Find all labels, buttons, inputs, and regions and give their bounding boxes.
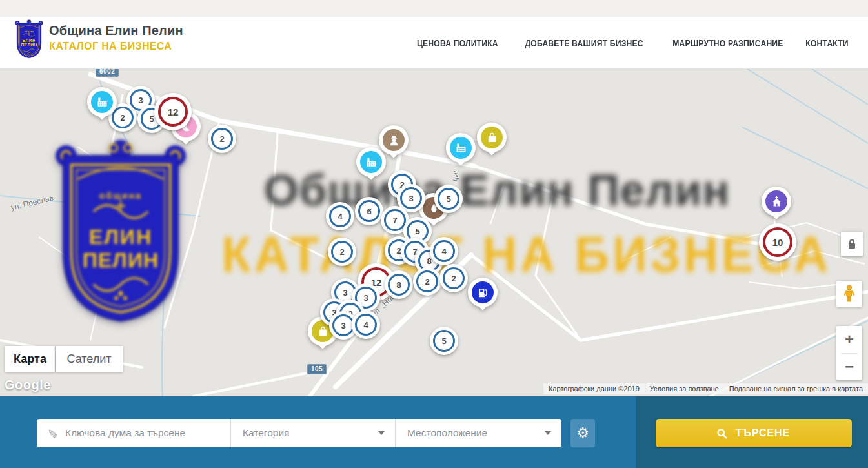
business-pin-marker[interactable] bbox=[467, 277, 498, 317]
site-subtitle: КАТАЛОГ НА БИЗНЕСА bbox=[49, 40, 175, 53]
location-placeholder: Местоположение bbox=[407, 427, 487, 439]
search-icon bbox=[716, 428, 727, 439]
title-block: Община Елин Пелин КАТАЛОГ НА БИЗНЕСА bbox=[49, 23, 183, 53]
report-error-link[interactable]: Подаване на сигнал за грешка в картата bbox=[729, 385, 863, 392]
search-fields-row: ✎ Категория Местоположение bbox=[37, 419, 561, 447]
cluster-marker[interactable]: 5 bbox=[434, 185, 463, 213]
chevron-down-icon bbox=[378, 431, 385, 435]
cluster-marker[interactable]: 12 bbox=[154, 93, 192, 130]
terms-link[interactable]: Условия за ползване bbox=[650, 385, 719, 392]
search-button-label: ТЪРСЕНЕ bbox=[735, 427, 789, 440]
pegman-icon bbox=[843, 285, 855, 303]
watermark-title-line1: Община Елин Пелин bbox=[213, 165, 781, 216]
site-header: Община Елин Пелин КАТАЛОГ НА БИЗНЕСА ЦЕН… bbox=[0, 17, 868, 69]
page: Община Елин Пелин КАТАЛОГ НА БИЗНЕСА ЦЕН… bbox=[0, 0, 868, 468]
lock-control[interactable] bbox=[841, 232, 863, 256]
search-button[interactable]: ТЪРСЕНЕ bbox=[656, 419, 852, 447]
church-icon bbox=[765, 190, 787, 212]
map-type-satellite-button[interactable]: Сателит bbox=[56, 346, 123, 372]
chevron-down-icon bbox=[545, 431, 551, 435]
map-type-map-button[interactable]: Карта bbox=[5, 346, 55, 372]
cluster-count: 3 bbox=[400, 187, 422, 209]
main-nav: ЦЕНОВА ПОЛИТИКА ДОБАВЕТЕ ВАШИЯТ БИЗНЕС М… bbox=[409, 17, 853, 69]
cluster-count: 5 bbox=[438, 188, 459, 210]
cluster-count: 2 bbox=[331, 241, 353, 263]
cluster-marker[interactable]: 2 bbox=[208, 125, 236, 153]
cluster-count: 2 bbox=[443, 267, 465, 289]
cluster-count: 8 bbox=[388, 274, 410, 296]
cluster-marker[interactable]: 4 bbox=[430, 237, 458, 265]
map-type-control: Карта Сателит bbox=[5, 346, 123, 372]
lock-icon bbox=[847, 238, 857, 250]
gear-icon: ⚙ bbox=[576, 426, 589, 440]
watermark-title-line2: КАТАЛОГ НА БИЗНЕСА bbox=[221, 226, 772, 283]
cluster-count: 4 bbox=[355, 314, 377, 336]
cluster-marker[interactable]: 10 bbox=[759, 223, 796, 261]
keyword-input[interactable] bbox=[65, 427, 230, 439]
nav-item-route-schedule[interactable]: МАРШРУТНО РАЗПИСАНИЕ bbox=[672, 38, 783, 48]
category-dropdown[interactable]: Категория bbox=[231, 419, 395, 447]
cluster-count: 2 bbox=[416, 270, 438, 292]
cluster-count: 2 bbox=[211, 128, 233, 150]
cluster-count: 5 bbox=[433, 330, 455, 352]
cluster-marker[interactable]: 2 bbox=[413, 267, 441, 296]
factory-icon bbox=[91, 91, 113, 113]
cluster-marker[interactable]: 4 bbox=[352, 310, 380, 339]
watermark-crest bbox=[54, 139, 187, 327]
pencil-icon: ✎ bbox=[45, 428, 59, 438]
cluster-count: 4 bbox=[329, 205, 351, 227]
zoom-in-button[interactable]: + bbox=[836, 326, 862, 353]
google-logo[interactable]: Google bbox=[5, 378, 51, 392]
cluster-marker[interactable]: 2 bbox=[328, 238, 356, 266]
cluster-count: 3 bbox=[332, 314, 354, 336]
road-badge: 6002 bbox=[96, 69, 119, 77]
cluster-marker[interactable]: 6 bbox=[355, 197, 383, 225]
cluster-count: 4 bbox=[433, 240, 455, 262]
cluster-marker[interactable]: 4 bbox=[326, 202, 354, 230]
window-top-strip bbox=[0, 0, 868, 17]
factory-icon bbox=[450, 137, 472, 159]
cluster-marker[interactable]: 5 bbox=[430, 327, 458, 355]
cluster-count: 7 bbox=[384, 209, 406, 231]
bag-icon bbox=[481, 127, 503, 148]
business-pin-marker[interactable] bbox=[356, 147, 387, 187]
cluster-count: 10 bbox=[763, 227, 792, 257]
factory-icon bbox=[360, 151, 382, 173]
fuel-icon bbox=[472, 281, 494, 303]
google-map[interactable]: 32512223567452278412822333834510 6002105… bbox=[0, 69, 868, 396]
business-pin-marker[interactable] bbox=[476, 122, 507, 162]
location-dropdown[interactable]: Местоположение bbox=[396, 419, 561, 447]
cluster-marker[interactable]: 8 bbox=[385, 270, 413, 299]
zoom-control: + − bbox=[836, 326, 862, 380]
advanced-settings-button[interactable]: ⚙ bbox=[570, 419, 595, 447]
business-pin-marker[interactable] bbox=[761, 186, 792, 226]
nav-item-add-business[interactable]: ДОБАВЕТЕ ВАШИЯТ БИЗНЕС bbox=[525, 38, 643, 48]
cluster-count: 12 bbox=[158, 97, 188, 127]
nav-item-contacts[interactable]: КОНТАКТИ bbox=[805, 38, 848, 48]
category-placeholder: Категория bbox=[243, 427, 289, 439]
municipality-crest-logo[interactable] bbox=[14, 19, 44, 59]
zoom-out-button[interactable]: − bbox=[836, 354, 862, 381]
attribution-copyright: Картографски данни ©2019 bbox=[549, 385, 640, 392]
search-bar: ✎ Категория Местоположение ⚙ ТЪРСЕНЕ bbox=[0, 396, 868, 468]
keyword-field[interactable]: ✎ bbox=[37, 419, 230, 447]
road-badge: 105 bbox=[307, 364, 327, 374]
cluster-count: 6 bbox=[358, 200, 380, 222]
nav-item-pricing[interactable]: ЦЕНОВА ПОЛИТИКА bbox=[417, 38, 498, 48]
map-attribution: Картографски данни ©2019 Условия за полз… bbox=[543, 383, 868, 394]
site-title: Община Елин Пелин bbox=[49, 23, 183, 38]
business-pin-marker[interactable] bbox=[86, 86, 117, 127]
cluster-marker[interactable]: 2 bbox=[439, 264, 468, 292]
business-pin-marker[interactable] bbox=[445, 132, 476, 172]
street-view-pegman[interactable] bbox=[836, 281, 862, 307]
